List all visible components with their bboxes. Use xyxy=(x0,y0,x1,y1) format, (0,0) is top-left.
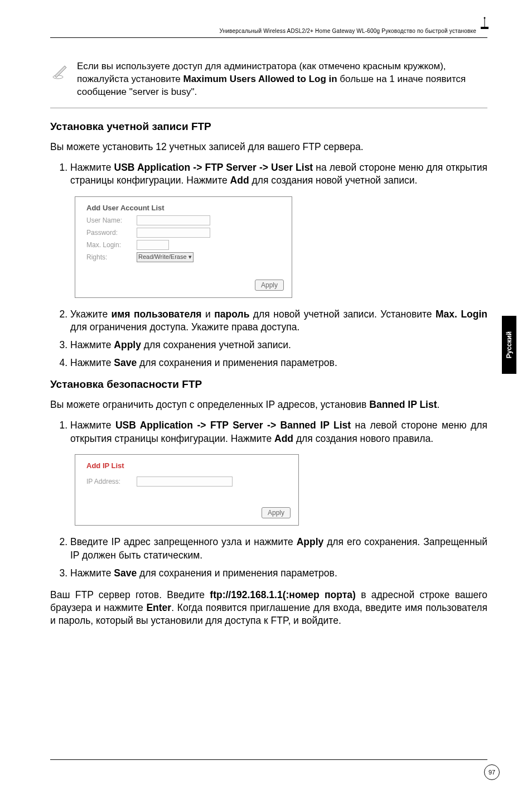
t: и xyxy=(202,309,215,320)
input-password[interactable] xyxy=(137,228,210,238)
list-item: Укажите имя пользователя и пароль для но… xyxy=(70,308,487,334)
section2-title: Установка безопасности FTP xyxy=(50,378,487,391)
section2-steps-cont: Введите IP адрес запрещенного узла и наж… xyxy=(50,536,487,580)
t: пароль xyxy=(214,309,249,320)
form-row: Max. Login: xyxy=(75,239,292,251)
t: Нажмите xyxy=(70,420,115,431)
screenshot-title: Add IP List xyxy=(75,455,298,472)
form-row: IP Address: xyxy=(75,472,298,488)
note-text: Если вы используете доступ для администр… xyxy=(77,60,487,99)
t: Введите IP адрес запрещенного узла и наж… xyxy=(70,536,297,547)
t: для сохранения учетной записи. xyxy=(141,339,291,350)
add-user-account-screenshot: Add User Account List User Name: Passwor… xyxy=(75,196,292,298)
input-username[interactable] xyxy=(137,215,210,225)
section1-title: Установка учетной записи FTP xyxy=(50,121,487,133)
input-ipaddress[interactable] xyxy=(137,476,233,487)
t: Нажмите xyxy=(70,339,114,350)
antenna-icon xyxy=(481,17,489,29)
t: Укажите xyxy=(70,309,112,320)
closing-paragraph: Ваш FTP сервер готов. Введите ftp://192.… xyxy=(50,589,487,627)
t: Ваш FTP сервер готов. Введите xyxy=(50,589,210,600)
input-maxlogin[interactable] xyxy=(137,240,169,250)
t: Вы можете ограничить доступ с определенн… xyxy=(50,399,369,410)
footer-rule xyxy=(50,759,487,760)
list-item: Нажмите USB Application -> FTP Server ->… xyxy=(70,419,487,445)
t: USB Application -> FTP Server -> Banned … xyxy=(115,420,351,431)
pen-note-icon xyxy=(50,60,77,84)
t: ftp://192.168.1.1(:номер порта) xyxy=(210,589,356,600)
t: Save xyxy=(114,357,137,368)
form-row: User Name: xyxy=(75,214,292,227)
t: Banned IP List xyxy=(369,399,437,410)
header-title: Универсальный Wireless ADSL2/2+ Home Gat… xyxy=(50,28,487,34)
t: Apply xyxy=(297,536,324,547)
label-ipaddress: IP Address: xyxy=(86,478,137,485)
t: для ограничения доступа. Укажите права д… xyxy=(70,321,299,333)
list-item: Нажмите Apply для сохранения учетной зап… xyxy=(70,339,487,352)
t: Save xyxy=(114,567,137,579)
t: Нажмите xyxy=(70,357,114,368)
t: Нажмите xyxy=(70,567,114,579)
t: Enter xyxy=(146,602,171,613)
note-bold: Maximum Users Allowed to Log in xyxy=(183,74,337,84)
note-block: Если вы используете доступ для администр… xyxy=(50,60,487,99)
select-rights[interactable]: Read/Write/Erase ▾ xyxy=(137,252,194,262)
t: для создания нового правила. xyxy=(293,433,433,444)
t: Нажмите xyxy=(70,162,114,173)
t: . xyxy=(437,399,440,410)
section1-intro: Вы можете установить 12 учетных записей … xyxy=(50,141,487,153)
apply-button[interactable]: Apply xyxy=(262,507,291,518)
screenshot-title: Add User Account List xyxy=(75,197,292,214)
list-item: Нажмите Save для сохранения и применения… xyxy=(70,357,487,370)
section1-steps: Нажмите USB Application -> FTP Server ->… xyxy=(50,161,487,187)
t: для сохранения и применения параметров. xyxy=(137,567,337,579)
label-username: User Name: xyxy=(86,216,137,224)
label-maxlogin: Max. Login: xyxy=(86,241,137,249)
svg-point-1 xyxy=(484,17,486,19)
label-password: Password: xyxy=(86,229,137,237)
language-tab: Русский xyxy=(502,316,516,374)
t: Add xyxy=(230,175,249,186)
section2-steps: Нажмите USB Application -> FTP Server ->… xyxy=(50,419,487,445)
add-ip-list-screenshot: Add IP List IP Address: Apply xyxy=(75,454,299,526)
t: Add xyxy=(274,433,293,444)
t: Apply xyxy=(114,339,141,350)
list-item: Нажмите USB Application -> FTP Server ->… xyxy=(70,161,487,187)
section1-steps-cont: Укажите имя пользователя и пароль для но… xyxy=(50,308,487,370)
t: для создания новой учетной записи. xyxy=(249,175,418,186)
apply-button[interactable]: Apply xyxy=(255,280,284,291)
form-row: Password: xyxy=(75,227,292,239)
t: имя пользователя xyxy=(112,309,202,320)
label-rights: Rights: xyxy=(86,253,137,261)
svg-rect-2 xyxy=(481,27,489,29)
page-number: 97 xyxy=(484,764,500,780)
t: Max. Login xyxy=(436,309,487,320)
t: USB Application -> FTP Server -> User Li… xyxy=(114,162,313,173)
form-row: Rights: Read/Write/Erase ▾ xyxy=(75,251,292,263)
t: для сохранения и применения параметров. xyxy=(137,357,337,368)
page-header: Универсальный Wireless ADSL2/2+ Home Gat… xyxy=(50,28,487,38)
section2-intro: Вы можете ограничить доступ с определенн… xyxy=(50,398,487,411)
list-item: Введите IP адрес запрещенного узла и наж… xyxy=(70,536,487,562)
language-label: Русский xyxy=(505,331,513,359)
list-item: Нажмите Save для сохранения и применения… xyxy=(70,567,487,580)
t: для новой учетной записи. Установите xyxy=(249,309,436,320)
